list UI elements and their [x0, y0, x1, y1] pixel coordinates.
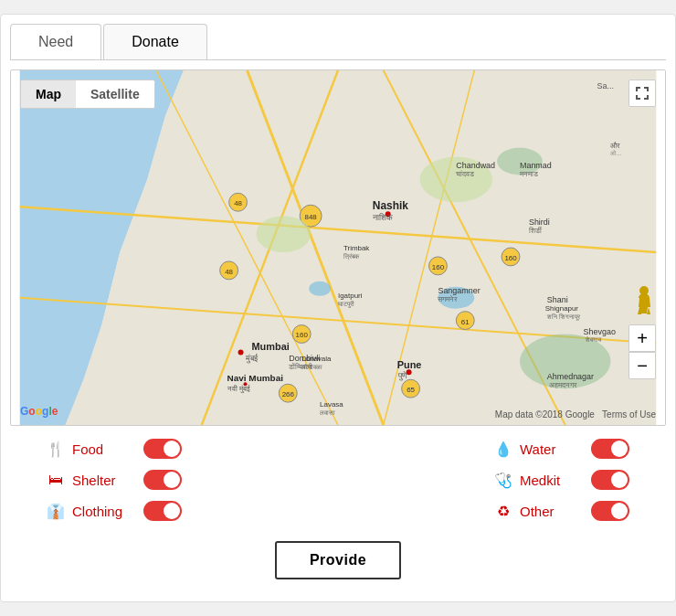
svg-point-29 [256, 216, 311, 252]
svg-text:48: 48 [225, 268, 233, 276]
svg-text:Nashik: Nashik [373, 199, 408, 212]
svg-text:मुंबई: मुंबई [245, 353, 259, 364]
food-label: Food [72, 441, 136, 457]
svg-text:Sangamner: Sangamner [438, 286, 480, 295]
svg-text:Chandwad: Chandwad [456, 161, 495, 170]
svg-text:Sa...: Sa... [597, 81, 614, 90]
svg-text:Shevgao: Shevgao [584, 327, 616, 336]
svg-text:शनि शिगनापूर: शनि शिगनापूर [546, 313, 581, 321]
svg-text:Mumbai: Mumbai [251, 341, 289, 352]
street-view-icon[interactable] [634, 285, 654, 324]
svg-text:लवासा: लवासा [319, 409, 335, 416]
other-label: Other [520, 504, 584, 519]
svg-text:और: और [610, 141, 620, 150]
shelter-icon: 🛏 [47, 472, 65, 488]
svg-text:65: 65 [407, 386, 415, 394]
clothing-label: Clothing [72, 504, 136, 519]
svg-text:Shignapur: Shignapur [545, 304, 579, 313]
water-icon: 💧 [494, 441, 512, 458]
svg-text:Pune: Pune [397, 359, 422, 370]
svg-text:Manmad: Manmad [520, 161, 552, 170]
water-label: Water [520, 441, 584, 457]
clothing-toggle[interactable] [143, 501, 182, 521]
tab-donate[interactable]: Donate [103, 24, 207, 59]
svg-text:160: 160 [296, 331, 309, 339]
svg-text:848: 848 [305, 213, 318, 221]
svg-text:Trimbak: Trimbak [343, 244, 369, 252]
map-view-button[interactable]: Map [21, 80, 76, 108]
other-toggle[interactable] [591, 501, 629, 521]
svg-point-35 [238, 349, 244, 355]
satellite-view-button[interactable]: Satellite [76, 80, 154, 108]
zoom-controls: + − [628, 324, 656, 379]
svg-text:61: 61 [461, 318, 470, 326]
svg-text:सगमनेर: सगमनेर [437, 294, 458, 303]
zoom-out-button[interactable]: − [628, 352, 656, 379]
svg-text:घाटपुरी: घाटपुरी [337, 301, 354, 308]
svg-text:Shani: Shani [547, 295, 568, 304]
shelter-toggle[interactable] [143, 470, 182, 490]
svg-point-34 [309, 281, 331, 296]
map-image: 48 160 48 266 65 160 160 61 848 [11, 70, 665, 425]
svg-text:266: 266 [282, 390, 295, 398]
clothing-toggle-item: 👔 Clothing [47, 501, 182, 521]
svg-text:Shirdi: Shirdi [529, 218, 550, 227]
svg-text:नाशिक: नाशिक [372, 213, 393, 222]
svg-text:160: 160 [504, 254, 517, 262]
svg-text:Igatpuri: Igatpuri [338, 292, 363, 300]
medkit-icon: 🩺 [494, 472, 512, 489]
right-toggles: 💧 Water 🩺 Medkit ♻ Other [494, 439, 629, 521]
shelter-toggle-item: 🛏 Shelter [47, 470, 182, 490]
svg-text:अहमदनगर: अहमदनगर [549, 381, 577, 389]
svg-text:Navi Mumbai: Navi Mumbai [227, 373, 284, 383]
svg-text:ओ...: ओ... [610, 149, 621, 156]
medkit-toggle-item: 🩺 Medkit [494, 470, 629, 490]
svg-text:चांदवड: चांदवड [455, 170, 474, 178]
svg-text:Dombivli: Dombivli [289, 354, 320, 363]
map-view-controls: Map Satellite [20, 80, 155, 109]
other-toggle-item: ♻ Other [494, 501, 629, 521]
svg-text:शिर्डी: शिर्डी [528, 226, 543, 235]
medkit-toggle[interactable] [591, 470, 629, 490]
other-icon: ♻ [494, 503, 512, 520]
svg-text:डोंम्बिवली: डोंम्बिवली [288, 362, 312, 371]
provide-button[interactable]: Provide [275, 541, 401, 579]
left-toggles: 🍴 Food 🛏 Shelter 👔 Clothing [47, 439, 182, 521]
water-toggle-item: 💧 Water [494, 439, 629, 459]
map-container: Map Satellite + − [10, 69, 666, 426]
food-toggle-item: 🍴 Food [47, 439, 182, 459]
shelter-label: Shelter [72, 473, 136, 488]
svg-text:शेवगाव: शेवगाव [585, 335, 602, 343]
svg-text:48: 48 [234, 199, 242, 207]
svg-text:मनमाड: मनमाड [519, 170, 538, 178]
zoom-in-button[interactable]: + [628, 324, 656, 352]
fullscreen-button[interactable] [628, 80, 656, 107]
toggles-section: 🍴 Food 🛏 Shelter 👔 Clothing [10, 426, 666, 534]
svg-text:त्रिंबक: त्रिंबक [343, 252, 360, 260]
water-toggle[interactable] [591, 439, 629, 459]
svg-text:160: 160 [432, 263, 445, 271]
tab-bar: Need Donate [10, 24, 666, 60]
google-logo: Google [20, 405, 58, 418]
food-icon: 🍴 [47, 441, 65, 458]
main-container: Need Donate Map Satellite + [0, 14, 676, 602]
medkit-label: Medkit [520, 473, 584, 488]
food-toggle[interactable] [143, 439, 182, 459]
svg-text:Lavasa: Lavasa [320, 400, 343, 409]
clothing-icon: 👔 [47, 503, 65, 520]
svg-text:पुणे: पुणे [397, 370, 407, 381]
tab-need[interactable]: Need [10, 24, 101, 59]
provide-section: Provide [10, 534, 666, 592]
svg-text:नवी मुंबई: नवी मुंबई [227, 384, 250, 394]
map-copyright: Map data ©2018 Google Terms of Use [495, 409, 656, 420]
svg-text:Ahmednagar: Ahmednagar [547, 372, 594, 381]
